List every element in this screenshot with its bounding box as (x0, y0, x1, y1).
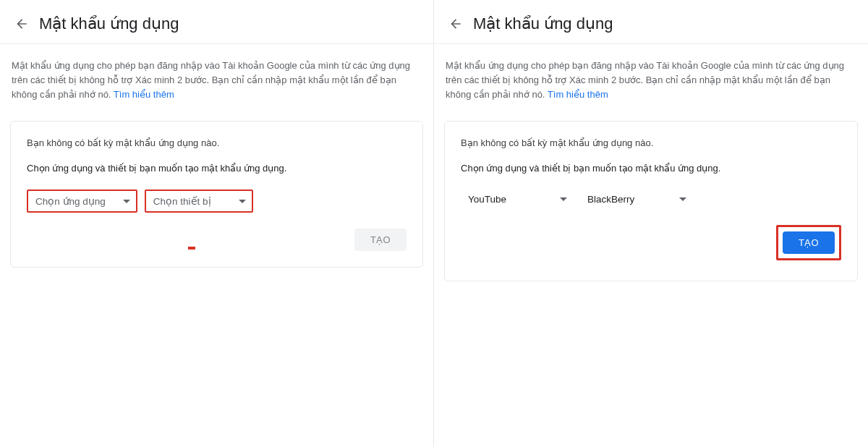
chevron-down-icon (679, 197, 686, 201)
select-app-dropdown[interactable]: Chọn ứng dụng (27, 190, 137, 213)
select-app-label: Chọn ứng dụng (35, 195, 106, 207)
back-arrow-icon[interactable] (14, 17, 29, 31)
back-arrow-icon[interactable] (448, 17, 463, 31)
chevron-down-icon (239, 200, 246, 203)
description-text: Mật khẩu ứng dụng cho phép bạn đăng nhập… (12, 60, 410, 100)
button-row-left: TẠO (27, 229, 407, 251)
header-right: Mật khẩu ứng dụng (434, 0, 868, 44)
app-password-card-right: Bạn không có bất kỳ mật khẩu ứng dụng nà… (444, 121, 858, 281)
description-right: Mật khẩu ứng dụng cho phép bạn đăng nhập… (434, 44, 868, 109)
create-button-disabled[interactable]: TẠO (354, 229, 407, 251)
header-left: Mật khẩu ứng dụng (0, 0, 433, 44)
selectors-row: Chọn ứng dụng Chọn thiết bị (27, 190, 407, 213)
select-device-dropdown[interactable]: BlackBerry (580, 190, 692, 209)
description-left: Mật khẩu ứng dụng cho phép bạn đăng nhập… (0, 44, 433, 109)
selected-device-value: BlackBerry (587, 194, 634, 205)
no-passwords-text: Bạn không có bất kỳ mật khẩu ứng dụng nà… (27, 137, 407, 148)
select-device-label: Chọn thiết bị (153, 195, 211, 207)
selectors-row: YouTube BlackBerry (461, 190, 841, 209)
selected-app-value: YouTube (468, 194, 506, 205)
create-button-highlight: TẠO (776, 225, 841, 260)
learn-more-link[interactable]: Tìm hiểu thêm (114, 89, 174, 100)
create-button[interactable]: TẠO (783, 231, 835, 254)
instruction-text: Chọn ứng dụng và thiết bị bạn muốn tạo m… (27, 163, 407, 174)
chevron-down-icon (123, 200, 130, 203)
select-app-dropdown[interactable]: YouTube (461, 190, 573, 209)
instruction-text: Chọn ứng dụng và thiết bị bạn muốn tạo m… (461, 163, 841, 174)
app-password-card-left: Bạn không có bất kỳ mật khẩu ứng dụng nà… (10, 121, 423, 268)
right-panel: Mật khẩu ứng dụng Mật khẩu ứng dụng cho … (434, 0, 868, 447)
no-passwords-text: Bạn không có bất kỳ mật khẩu ứng dụng nà… (461, 137, 841, 148)
description-text: Mật khẩu ứng dụng cho phép bạn đăng nhập… (446, 60, 844, 100)
learn-more-link[interactable]: Tìm hiểu thêm (548, 89, 608, 100)
button-row-right: TẠO (461, 225, 841, 260)
left-panel: Mật khẩu ứng dụng Mật khẩu ứng dụng cho … (0, 0, 434, 447)
annotation-mark (188, 247, 195, 250)
chevron-down-icon (560, 197, 567, 201)
page-title: Mật khẩu ứng dụng (473, 14, 613, 33)
select-device-dropdown[interactable]: Chọn thiết bị (145, 190, 253, 213)
page-title: Mật khẩu ứng dụng (39, 14, 179, 33)
